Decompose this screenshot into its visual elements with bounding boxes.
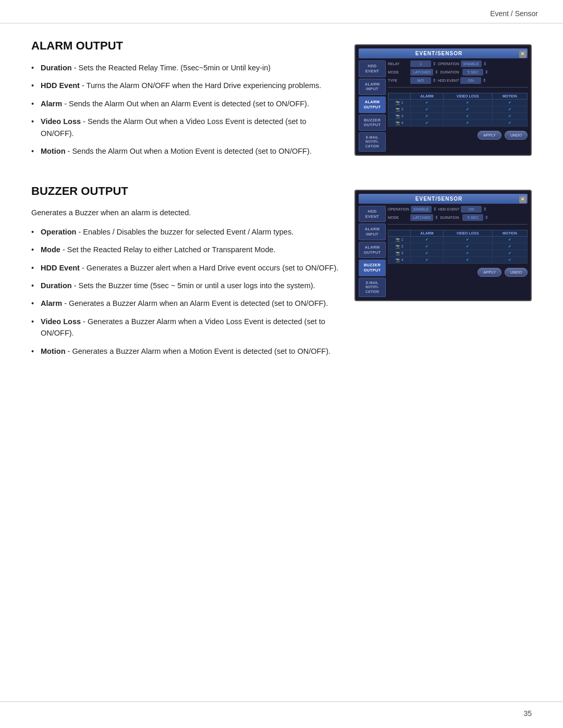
buzzer-sidebar-alarm-input[interactable]: ALARMINPUT [359,224,386,240]
sidebar-buzzer-output[interactable]: BUZZEROUTPUT [359,115,386,131]
type-value[interactable]: N/O [410,77,431,84]
relay-value[interactable]: 1 [410,60,431,67]
buzzer-cam-1-vl[interactable]: ✔ [443,236,492,243]
cam-1-motion[interactable]: ✔ [492,100,527,106]
alarm-output-title: ALARM OUTPUT [31,39,339,53]
cam-2-motion[interactable]: ✔ [492,106,527,113]
buzzer-sidebar-hdd[interactable]: HDDEVENT [359,206,386,223]
col-cam [388,93,411,100]
buzzer-buttons: APPLY UNDO [388,268,528,277]
table-row: 📷 3 ✔ ✔ ✔ [388,250,528,256]
duration-label: DURATION [440,70,461,74]
buzzer-cam-3-vl[interactable]: ✔ [443,250,492,256]
duration-value[interactable]: 5 SEC [462,69,483,76]
buzzer-sidebar-alarm-output[interactable]: ALARMOUTPUT [359,242,386,258]
buzzer-sidebar-buzzer-output[interactable]: BUZZEROUTPUT [359,260,386,276]
operation-value[interactable]: ENABLE [461,60,482,67]
buzzer-duration-value[interactable]: 5 SEC [462,214,483,221]
sidebar-hdd-event[interactable]: HDDEVENT [359,60,386,77]
buzzer-bullet-video-loss: Video Loss - Generates a Buzzer Alarm wh… [31,316,339,339]
sidebar-alarm-output[interactable]: ALARMOUTPUT [359,96,386,113]
buzzer-ui-sidebar: HDDEVENT ALARMINPUT ALARMOUTPUT BUZZEROU… [359,206,386,297]
alarm-buttons: APPLY UNDO [388,131,528,140]
alarm-row1: RELAY 1 ⇕ OPERATION ENABLE ⇕ [388,60,528,67]
buzzer-col-motion: MOTION [492,230,527,236]
col-video-loss: VIDEO LOSS [443,93,492,100]
buzzer-alarm-text: - Generates a Buzzer Alarm when an Alarm… [62,299,328,307]
cam-3-video-loss[interactable]: ✔ [443,113,492,120]
buzzer-hdd-bold: HDD Event [41,264,80,272]
cam-2-alarm[interactable]: ✔ [411,106,443,113]
buzzer-cam-3-motion[interactable]: ✔ [492,250,527,256]
bullet-alarm-bold: Alarm [41,100,62,108]
buzzer-operation-value[interactable]: ENABLE [411,206,432,213]
table-row: 📷 4 ✔ ✔ ✔ [388,256,528,263]
buzzer-cam-4-alarm[interactable]: ✔ [411,256,443,263]
bullet-duration-bold: Duration [41,64,72,72]
alarm-apply-button[interactable]: APPLY [478,131,501,140]
cam-4-icon: 📷 4 [388,120,411,127]
cam-3-motion[interactable]: ✔ [492,113,527,120]
buzzer-cam-1-motion[interactable]: ✔ [492,236,527,243]
buzzer-cam-2-motion[interactable]: ✔ [492,243,527,250]
table-row: 📷 4 ✔ ✔ ✔ [388,120,528,127]
buzzer-video-loss-text: - Generates a Buzzer Alarm when a Video … [41,317,325,337]
buzzer-hdd-text: - Generates a Buzzer alert when a Hard D… [80,264,338,272]
buzzer-cam-1-alarm[interactable]: ✔ [411,236,443,243]
mode-arrow: ⇕ [435,70,438,75]
buzzer-col-video-loss: VIDEO LOSS [443,230,492,236]
alarm-ui-main: RELAY 1 ⇕ OPERATION ENABLE ⇕ MODE LATCHE… [388,60,528,152]
buzzer-sidebar-email[interactable]: E-MAILNOTIFI-CATION [359,278,386,297]
page-footer: 35 [523,709,532,718]
cam-1-video-loss[interactable]: ✔ [443,100,492,106]
buzzer-mode-text: - Set the Reacted Relay to either Latche… [60,245,276,254]
cam-1-alarm[interactable]: ✔ [411,100,443,106]
cam-3-alarm[interactable]: ✔ [411,113,443,120]
sidebar-alarm-input[interactable]: ALARMINPUT [359,79,386,95]
cam-4-motion[interactable]: ✔ [492,120,527,127]
buzzer-output-bullets: Operation - Enables / Disables the buzze… [31,226,339,357]
buzzer-bullet-alarm: Alarm - Generates a Buzzer Alarm when an… [31,298,339,309]
buzzer-undo-button[interactable]: UNDO [505,268,528,277]
buzzer-output-ui: ✕ EVENT/SENSOR HDDEVENT ALARMINPUT ALARM… [354,190,532,301]
buzzer-duration-label: DURATION [440,216,461,219]
alarm-row3: TYPE N/O ⇕ HDD EVENT ON ⇕ [388,77,528,84]
cam-4-alarm[interactable]: ✔ [411,120,443,127]
mode-value[interactable]: LATCHED [410,69,433,76]
alarm-divider [388,87,528,88]
bullet-alarm-text: - Sends the Alarm Out when an Alarm Even… [62,100,309,108]
bullet-hdd-text: - Turns the Alarm ON/OFF when the Hard D… [80,81,321,90]
cam-2-video-loss[interactable]: ✔ [443,106,492,113]
buzzer-mode-bold: Mode [41,245,60,254]
buzzer-cam-2-alarm[interactable]: ✔ [411,243,443,250]
buzzer-cam-4-motion[interactable]: ✔ [492,256,527,263]
alarm-undo-button[interactable]: UNDO [505,131,528,140]
bullet-video-loss: Video Loss - Sends the Alarm Out when a … [31,116,339,139]
buzzer-cam-4-vl[interactable]: ✔ [443,256,492,263]
buzzer-cam-3-alarm[interactable]: ✔ [411,250,443,256]
bullet-hdd-event: HDD Event - Turns the Alarm ON/OFF when … [31,80,339,91]
relay-arrow: ⇕ [433,61,436,66]
cam-3-icon: 📷 3 [388,113,411,120]
buzzer-cam-2-vl[interactable]: ✔ [443,243,492,250]
sidebar-email-notification[interactable]: E-MAILNOTIFI-CATION [359,132,386,152]
buzzer-ui-titlebar: ✕ EVENT/SENSOR [359,194,528,204]
buzzer-cam-2-icon: 📷 2 [388,243,411,250]
cam-4-video-loss[interactable]: ✔ [443,120,492,127]
buzzer-apply-button[interactable]: APPLY [478,268,501,277]
page-header: Event / Sensor [0,0,563,23]
bullet-video-loss-text: - Sends the Alarm Out when a Video Loss … [41,117,307,137]
buzzer-bullet-motion: Motion - Generates a Buzzer Alarm when a… [31,346,339,357]
alarm-output-section: ALARM OUTPUT Duration - Sets the Reacted… [31,39,532,164]
buzzer-intro: Generates a Buzzer when an alarm is dete… [31,207,339,219]
bullet-hdd-bold: HDD Event [41,81,80,90]
buzzer-ui-close[interactable]: ✕ [519,196,527,203]
alarm-ui-close[interactable]: ✕ [519,51,527,58]
buzzer-mode-value[interactable]: LATCHED [410,214,433,221]
buzzer-duration-bold: Duration [41,281,72,290]
buzzer-hdd-value[interactable]: ON [461,206,482,213]
hdd-event-value[interactable]: ON [460,77,481,84]
buzzer-cam-3-icon: 📷 3 [388,250,411,256]
bullet-alarm: Alarm - Sends the Alarm Out when an Alar… [31,98,339,109]
buzzer-col-cam [388,230,411,236]
